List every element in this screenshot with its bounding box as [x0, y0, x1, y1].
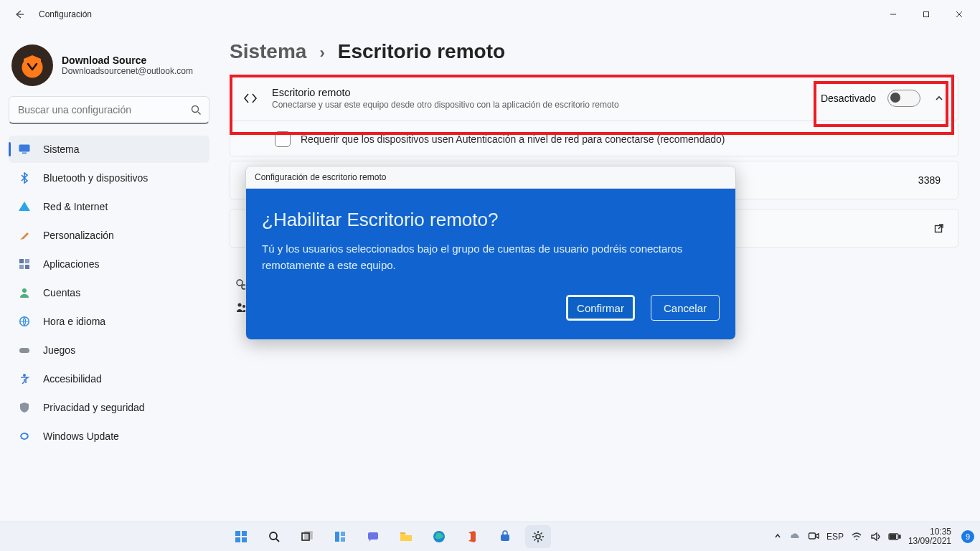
breadcrumb: Sistema › Escritorio remoto	[230, 40, 958, 63]
svg-point-15	[238, 303, 242, 307]
network-volume-battery[interactable]	[851, 531, 901, 542]
file-explorer-button[interactable]	[393, 525, 419, 548]
svg-rect-33	[899, 535, 900, 538]
task-view-icon	[301, 530, 314, 543]
nav-item-label: Red & Internet	[43, 201, 108, 212]
svg-rect-27	[368, 532, 378, 540]
maximize-icon	[923, 11, 930, 18]
window-titlebar: Configuración	[0, 0, 980, 29]
volume-icon	[870, 531, 881, 542]
svg-rect-18	[242, 531, 247, 536]
system-tray: ESP 10:35 13/09/2021 9	[773, 527, 974, 545]
nav-item-label: Sistema	[43, 143, 80, 155]
nav-item-sistema[interactable]: Sistema	[9, 136, 209, 163]
avatar	[11, 44, 53, 86]
svg-point-8	[22, 288, 27, 293]
apps-icon	[17, 257, 32, 271]
nla-checkbox[interactable]	[275, 131, 291, 147]
nav-item-red-internet[interactable]: Red & Internet	[9, 193, 209, 220]
open-external-icon	[933, 222, 945, 234]
nav-item-accesibilidad[interactable]: Accesibilidad	[9, 365, 209, 392]
settings-search[interactable]	[9, 96, 209, 124]
remote-desktop-toggle[interactable]	[887, 90, 920, 107]
windows-icon	[234, 529, 248, 544]
arrow-left-icon	[14, 9, 25, 20]
nav-item-label: Hora e idioma	[43, 316, 105, 327]
start-button[interactable]	[228, 525, 254, 548]
wifi-tray-icon	[851, 531, 862, 542]
confirm-button[interactable]: Confirmar	[566, 295, 635, 321]
nav-item-windows-update[interactable]: Windows Update	[9, 423, 209, 450]
bluetooth-icon	[17, 171, 32, 185]
svg-rect-17	[235, 531, 240, 536]
expand-button[interactable]	[932, 91, 946, 105]
nav-item-hora-idioma[interactable]: Hora e idioma	[9, 308, 209, 335]
cancel-button[interactable]: Cancelar	[651, 295, 720, 321]
nav-item-label: Cuentas	[43, 287, 80, 298]
nav-item-aplicaciones[interactable]: Aplicaciones	[9, 250, 209, 278]
gamepad-icon	[17, 343, 32, 357]
nla-label: Requerir que los dispositivos usen Auten…	[301, 133, 725, 145]
nav-item-juegos[interactable]: Juegos	[9, 336, 209, 364]
breadcrumb-separator: ›	[319, 44, 324, 62]
tray-chevron-icon[interactable]	[773, 532, 782, 542]
task-view-button[interactable]	[294, 525, 320, 548]
nav-item-privacidad[interactable]: Privacidad y seguridad	[9, 394, 209, 421]
svg-point-30	[536, 534, 540, 539]
nla-row[interactable]: Requerir que los dispositivos usen Auten…	[230, 123, 958, 156]
nav-item-personalizacion[interactable]: Personalización	[9, 222, 209, 249]
tray-language[interactable]: ESP	[826, 532, 844, 542]
nav-item-bluetooth[interactable]: Bluetooth y dispositivos	[9, 164, 209, 192]
store-button[interactable]	[492, 525, 518, 548]
chat-button[interactable]	[360, 525, 386, 548]
notification-badge[interactable]: 9	[961, 530, 974, 543]
svg-point-1	[192, 106, 199, 113]
search-input[interactable]	[9, 97, 209, 123]
close-icon	[956, 11, 963, 18]
svg-rect-20	[242, 537, 247, 542]
user-icon	[17, 286, 32, 300]
svg-rect-5	[25, 259, 29, 263]
edge-button[interactable]	[426, 525, 452, 548]
widgets-button[interactable]	[327, 525, 353, 548]
onedrive-icon[interactable]	[789, 530, 801, 544]
dialog-body-text: Tú y los usuarios seleccionados bajo el …	[262, 241, 683, 273]
store-icon	[499, 530, 512, 543]
meet-now-icon[interactable]	[808, 530, 819, 544]
window-title: Configuración	[39, 9, 92, 19]
window-minimize-button[interactable]	[877, 3, 910, 26]
svg-rect-10	[19, 348, 29, 353]
update-icon	[17, 429, 32, 443]
svg-rect-7	[25, 265, 29, 269]
cancel-button-label: Cancelar	[664, 302, 707, 314]
remote-desktop-card[interactable]: Escritorio remoto Conectarse y usar este…	[230, 76, 958, 121]
window-maximize-button[interactable]	[910, 3, 943, 26]
battery-icon	[888, 532, 901, 541]
nav-item-label: Privacidad y seguridad	[43, 402, 145, 413]
confirm-dialog: Configuración de escritorio remoto ¿Habi…	[245, 166, 736, 340]
office-button[interactable]	[459, 525, 485, 548]
port-value: 3389	[918, 174, 941, 186]
window-close-button[interactable]	[943, 3, 976, 26]
back-button[interactable]	[7, 2, 32, 27]
tray-clock[interactable]: 10:35 13/09/2021	[908, 527, 951, 545]
settings-taskbar-button[interactable]	[525, 525, 551, 548]
dialog-caption: Configuración de escritorio remoto	[246, 166, 735, 189]
nav-item-cuentas[interactable]: Cuentas	[9, 279, 209, 306]
breadcrumb-parent[interactable]: Sistema	[230, 40, 306, 63]
minimize-icon	[890, 11, 897, 18]
svg-rect-29	[501, 534, 509, 541]
remote-desktop-title: Escritorio remoto	[272, 87, 619, 98]
svg-rect-26	[341, 537, 345, 542]
dialog-heading: ¿Habilitar Escritorio remoto?	[262, 209, 720, 231]
taskbar-search-button[interactable]	[261, 525, 287, 548]
search-icon	[190, 104, 202, 116]
svg-rect-3	[22, 153, 27, 154]
account-email: Downloadsourcenet@outlook.com	[62, 66, 193, 76]
account-block[interactable]: Download Source Downloadsourcenet@outloo…	[9, 40, 209, 96]
svg-rect-31	[809, 533, 815, 539]
globe-clock-icon	[17, 314, 32, 329]
brush-icon	[17, 228, 32, 242]
chevron-up-icon	[934, 93, 944, 103]
shield-icon	[17, 400, 32, 415]
